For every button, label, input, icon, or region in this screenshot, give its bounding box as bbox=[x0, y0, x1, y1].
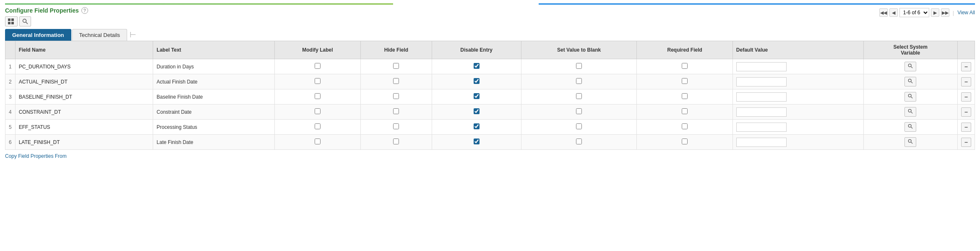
svg-line-9 bbox=[911, 81, 913, 83]
grid-icon bbox=[8, 18, 15, 24]
select-sys-var-button[interactable] bbox=[904, 92, 916, 102]
pagination-select[interactable]: 1-6 of 6 bbox=[899, 8, 929, 17]
default-value-input[interactable] bbox=[736, 62, 787, 71]
remove-row-button[interactable]: − bbox=[961, 92, 971, 102]
pagination-next-button[interactable]: ▶ bbox=[931, 8, 939, 17]
pagination-divider: | bbox=[953, 10, 954, 16]
svg-rect-1 bbox=[11, 18, 14, 21]
hide-field-checkbox[interactable] bbox=[393, 63, 399, 69]
help-icon[interactable]: ? bbox=[81, 7, 88, 14]
set-value-blank-checkbox-cell bbox=[521, 105, 637, 120]
set-value-blank-checkbox-cell bbox=[521, 89, 637, 105]
required-field-checkbox-cell bbox=[637, 135, 732, 150]
grid-view-button[interactable] bbox=[5, 16, 18, 26]
required-field-checkbox[interactable] bbox=[682, 108, 688, 114]
field-name-cell: CONSTRAINT_DT bbox=[15, 105, 153, 120]
select-sys-var-button[interactable] bbox=[904, 62, 916, 71]
field-name-cell: BASELINE_FINISH_DT bbox=[15, 89, 153, 105]
default-value-input[interactable] bbox=[736, 77, 787, 86]
label-text-cell: Actual Finish Date bbox=[153, 74, 274, 89]
select-sys-var-button[interactable] bbox=[904, 122, 916, 132]
table-row: 4CONSTRAINT_DTConstraint Date− bbox=[5, 105, 975, 120]
set-value-blank-checkbox[interactable] bbox=[576, 108, 582, 114]
modify-label-checkbox[interactable] bbox=[315, 108, 321, 114]
modify-label-checkbox[interactable] bbox=[315, 93, 321, 99]
required-field-checkbox[interactable] bbox=[682, 139, 688, 144]
select-sys-var-cell bbox=[863, 135, 957, 150]
set-value-blank-checkbox[interactable] bbox=[576, 63, 582, 69]
modify-label-checkbox[interactable] bbox=[315, 139, 321, 144]
pagination-last-button[interactable]: ▶▶ bbox=[941, 8, 949, 17]
select-sys-var-cell bbox=[863, 120, 957, 135]
hide-field-checkbox[interactable] bbox=[393, 123, 399, 129]
remove-row-button[interactable]: − bbox=[961, 77, 971, 86]
modify-label-checkbox[interactable] bbox=[315, 63, 321, 69]
set-value-blank-checkbox[interactable] bbox=[576, 78, 582, 84]
default-value-input[interactable] bbox=[736, 138, 787, 147]
svg-rect-0 bbox=[8, 18, 10, 21]
remove-row-button[interactable]: − bbox=[961, 107, 971, 117]
hide-field-checkbox-cell bbox=[361, 74, 432, 89]
tab-technical-details[interactable]: Technical Details bbox=[72, 29, 128, 41]
default-value-input[interactable] bbox=[736, 92, 787, 102]
svg-point-8 bbox=[909, 79, 912, 82]
remove-row-button[interactable]: − bbox=[961, 123, 971, 132]
tab-general-information[interactable]: General Information bbox=[5, 29, 71, 41]
table-row: 5EFF_STATUSProcessing Status− bbox=[5, 120, 975, 135]
copy-field-properties-link[interactable]: Copy Field Properties From bbox=[5, 153, 67, 159]
set-value-blank-checkbox[interactable] bbox=[576, 139, 582, 144]
set-value-blank-checkbox-cell bbox=[521, 120, 637, 135]
view-all-link[interactable]: View All bbox=[957, 10, 975, 16]
select-sys-var-cell bbox=[863, 89, 957, 105]
field-name-cell: LATE_FINISH_DT bbox=[15, 135, 153, 150]
select-sys-var-cell bbox=[863, 59, 957, 74]
disable-entry-checkbox[interactable] bbox=[474, 93, 480, 99]
hide-field-checkbox[interactable] bbox=[393, 139, 399, 144]
required-field-checkbox[interactable] bbox=[682, 93, 688, 99]
required-field-checkbox-cell bbox=[637, 89, 732, 105]
remove-row-button[interactable]: − bbox=[961, 138, 971, 147]
search-button[interactable] bbox=[19, 16, 31, 26]
pagination-first-button[interactable]: ◀◀ bbox=[879, 8, 888, 17]
col-header-default-value: Default Value bbox=[732, 41, 863, 59]
search-icon bbox=[908, 139, 913, 144]
disable-entry-checkbox[interactable] bbox=[474, 108, 480, 114]
required-field-checkbox[interactable] bbox=[682, 63, 688, 69]
set-value-blank-checkbox[interactable] bbox=[576, 123, 582, 129]
disable-entry-checkbox[interactable] bbox=[474, 78, 480, 84]
disable-entry-checkbox[interactable] bbox=[474, 63, 480, 69]
required-field-checkbox[interactable] bbox=[682, 78, 688, 84]
select-sys-var-button[interactable] bbox=[904, 137, 916, 147]
row-number: 2 bbox=[5, 74, 16, 89]
modify-label-checkbox-cell bbox=[274, 135, 361, 150]
table-row: 6LATE_FINISH_DTLate Finish Date− bbox=[5, 135, 975, 150]
disable-entry-checkbox[interactable] bbox=[474, 139, 480, 144]
hide-field-checkbox[interactable] bbox=[393, 93, 399, 99]
remove-row-button[interactable]: − bbox=[961, 62, 971, 71]
col-header-num bbox=[5, 41, 16, 59]
pagination-prev-button[interactable]: ◀ bbox=[889, 8, 898, 17]
default-value-cell bbox=[732, 135, 863, 150]
required-field-checkbox-cell bbox=[637, 59, 732, 74]
default-value-input[interactable] bbox=[736, 123, 787, 132]
hide-field-checkbox[interactable] bbox=[393, 78, 399, 84]
modify-label-checkbox[interactable] bbox=[315, 123, 321, 129]
select-sys-var-button[interactable] bbox=[904, 107, 916, 117]
set-value-blank-checkbox[interactable] bbox=[576, 93, 582, 99]
required-field-checkbox[interactable] bbox=[682, 123, 688, 129]
remove-cell: − bbox=[957, 135, 975, 150]
disable-entry-checkbox[interactable] bbox=[474, 123, 480, 129]
modify-label-checkbox[interactable] bbox=[315, 78, 321, 84]
svg-rect-2 bbox=[8, 22, 10, 24]
col-header-disable-entry: Disable Entry bbox=[432, 41, 521, 59]
hide-field-checkbox[interactable] bbox=[393, 108, 399, 114]
row-number: 6 bbox=[5, 135, 16, 150]
label-text-cell: Constraint Date bbox=[153, 105, 274, 120]
page-title: Configure Field Properties bbox=[5, 7, 79, 14]
default-value-cell bbox=[732, 105, 863, 120]
field-name-cell: EFF_STATUS bbox=[15, 120, 153, 135]
set-value-blank-checkbox-cell bbox=[521, 135, 637, 150]
select-sys-var-button[interactable] bbox=[904, 77, 916, 86]
search-icon bbox=[908, 94, 913, 99]
default-value-input[interactable] bbox=[736, 107, 787, 117]
